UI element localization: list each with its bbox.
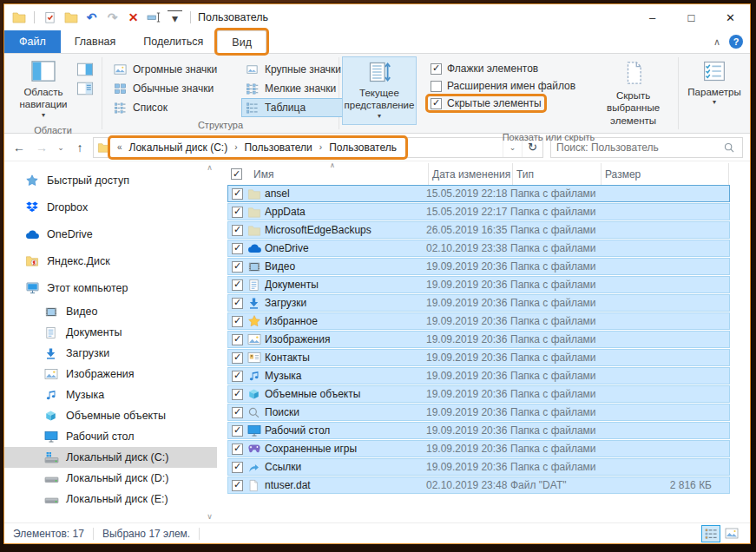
- details-pane-icon[interactable]: [76, 81, 95, 96]
- options-button[interactable]: Параметры ▾: [682, 56, 746, 110]
- breadcrumb-separator-icon[interactable]: ›: [318, 142, 324, 152]
- sidebar-item[interactable]: Объемные объекты: [4, 405, 217, 426]
- header-checkbox[interactable]: [231, 168, 242, 180]
- scroll-up-icon[interactable]: ∧: [207, 163, 213, 172]
- row-checkbox[interactable]: [232, 462, 243, 473]
- sidebar-item[interactable]: Изображения: [4, 364, 217, 384]
- up-icon[interactable]: ↑: [70, 141, 89, 154]
- column-header-date[interactable]: Дата изменения: [429, 163, 513, 185]
- close-button[interactable]: ✕: [711, 4, 750, 30]
- table-row[interactable]: Избранное19.09.2019 20:36Папка с файлами: [227, 312, 730, 330]
- folder-icon[interactable]: [11, 10, 26, 25]
- table-row[interactable]: Изображения19.09.2019 20:36Папка с файла…: [227, 331, 730, 348]
- properties-check-icon[interactable]: [43, 10, 57, 25]
- tab-share[interactable]: Поделиться: [129, 30, 217, 53]
- scroll-down-icon[interactable]: ∨: [207, 512, 213, 521]
- checkbox-icon[interactable]: [431, 98, 442, 109]
- delete-icon[interactable]: ✕: [126, 10, 141, 25]
- search-icon[interactable]: [716, 141, 742, 154]
- breadcrumb-segment[interactable]: Пользователь: [325, 141, 400, 154]
- breadcrumb-segment[interactable]: Пользователи: [240, 141, 315, 154]
- table-row[interactable]: Видео19.09.2019 20:36Папка с файлами: [227, 258, 730, 275]
- row-checkbox[interactable]: [232, 225, 243, 236]
- recent-locations-icon[interactable]: ⌄: [55, 143, 67, 152]
- minimize-button[interactable]: –: [633, 4, 672, 30]
- back-icon[interactable]: ←: [10, 141, 29, 154]
- row-checkbox[interactable]: [232, 389, 243, 400]
- sidebar-item[interactable]: Быстрый доступ: [4, 167, 217, 194]
- redo-icon[interactable]: ↷: [105, 10, 120, 25]
- table-row[interactable]: Ссылки19.09.2019 20:36Папка с файлами: [227, 458, 730, 476]
- new-folder-icon[interactable]: [63, 10, 78, 25]
- table-row[interactable]: Рабочий стол19.09.2019 20:36Папка с файл…: [227, 422, 730, 439]
- column-header-size[interactable]: Размер: [602, 163, 729, 185]
- table-row[interactable]: Контакты19.09.2019 20:36Папка с файлами: [227, 349, 730, 366]
- sidebar-item[interactable]: Документы: [4, 322, 217, 343]
- sidebar-item[interactable]: Музыка: [4, 384, 217, 405]
- maximize-button[interactable]: □: [672, 4, 711, 30]
- table-row[interactable]: AppData15.05.2019 22:17Папка с файлами: [227, 203, 730, 220]
- sidebar-item[interactable]: Локальный диск (C:): [4, 447, 217, 468]
- hide-selected-button[interactable]: Скрыть выбранные элементы: [590, 56, 676, 130]
- help-icon[interactable]: ?: [729, 35, 743, 49]
- ribbon-checkbox[interactable]: Скрытые элементы: [428, 96, 544, 110]
- sidebar-item[interactable]: Яндекс.Диск: [4, 247, 217, 274]
- sidebar-item[interactable]: Локальный диск (D:): [4, 468, 217, 489]
- row-checkbox[interactable]: [232, 207, 243, 218]
- row-checkbox[interactable]: [232, 425, 243, 437]
- sidebar-item[interactable]: OneDrive: [4, 220, 217, 247]
- row-checkbox[interactable]: [232, 298, 243, 309]
- table-row[interactable]: Поиски19.09.2019 20:36Папка с файлами: [227, 404, 730, 421]
- view-option[interactable]: Список: [109, 98, 240, 117]
- view-option[interactable]: Огромные значки: [109, 60, 240, 79]
- tab-home[interactable]: Главная: [61, 30, 130, 53]
- row-checkbox[interactable]: [232, 371, 243, 382]
- sidebar-item[interactable]: Загрузки: [4, 343, 217, 364]
- row-checkbox[interactable]: [232, 444, 243, 455]
- breadcrumb-collapse-icon[interactable]: «: [115, 142, 124, 152]
- forward-icon[interactable]: →: [32, 141, 51, 154]
- ribbon-checkbox[interactable]: Расширения имен файлов: [428, 79, 578, 93]
- checkbox-icon[interactable]: [431, 63, 442, 75]
- qat-customize-icon[interactable]: ▾: [168, 10, 182, 25]
- rename-icon[interactable]: [147, 10, 161, 25]
- row-checkbox[interactable]: [232, 243, 243, 254]
- current-view-button[interactable]: Текущее представление ▾: [342, 56, 417, 125]
- column-header-type[interactable]: Тип: [513, 163, 602, 185]
- details-view-button[interactable]: [701, 525, 720, 542]
- breadcrumb-segment[interactable]: Локальный диск (C:): [126, 141, 232, 154]
- checkbox-icon[interactable]: [431, 81, 442, 92]
- collapse-ribbon-icon[interactable]: ∧: [713, 36, 720, 48]
- table-row[interactable]: ntuser.dat02.10.2019 23:48Файл "DAT"2 81…: [227, 476, 730, 494]
- sidebar-item[interactable]: Dropbox: [4, 194, 217, 220]
- row-checkbox[interactable]: [232, 316, 243, 327]
- tab-view[interactable]: Вид: [217, 30, 266, 53]
- table-row[interactable]: Документы19.09.2019 20:36Папка с файлами: [227, 276, 730, 293]
- table-row[interactable]: ansel15.05.2019 22:18Папка с файлами: [227, 185, 730, 202]
- preview-pane-icon[interactable]: [76, 62, 95, 77]
- row-checkbox[interactable]: [232, 407, 243, 418]
- tab-file[interactable]: Файл: [4, 30, 61, 53]
- row-checkbox[interactable]: [232, 334, 243, 345]
- row-checkbox[interactable]: [232, 352, 243, 364]
- breadcrumb-separator-icon[interactable]: ›: [233, 142, 239, 152]
- sidebar-item[interactable]: Этот компьютер: [4, 274, 217, 301]
- table-row[interactable]: MicrosoftEdgeBackups26.05.2019 16:35Папк…: [227, 221, 730, 239]
- table-row[interactable]: OneDrive02.10.2019 23:38Папка с файлами: [227, 240, 730, 257]
- ribbon-checkbox[interactable]: Флажки элементов: [428, 62, 541, 76]
- undo-icon[interactable]: ↶: [84, 10, 99, 25]
- table-row[interactable]: Музыка19.09.2019 20:36Папка с файлами: [227, 367, 730, 384]
- view-option[interactable]: Обычные значки: [109, 79, 240, 98]
- sidebar-item[interactable]: Видео: [4, 301, 217, 322]
- table-row[interactable]: Сохраненные игры19.09.2019 20:36Папка с …: [227, 440, 730, 457]
- sidebar-item[interactable]: Локальный диск (E:): [4, 489, 217, 509]
- row-checkbox[interactable]: [232, 480, 243, 491]
- table-row[interactable]: Загрузки19.09.2019 20:36Папка с файлами: [227, 294, 730, 312]
- sidebar-scrollbar[interactable]: ∧ ∨: [204, 163, 215, 521]
- column-header-name[interactable]: Имя ∧: [250, 163, 429, 185]
- row-checkbox[interactable]: [232, 188, 243, 200]
- thumbnails-view-button[interactable]: [722, 525, 741, 542]
- row-checkbox[interactable]: [232, 261, 243, 273]
- navigation-pane-button[interactable]: Область навигации ▾: [11, 56, 76, 123]
- sidebar-item[interactable]: Рабочий стол: [4, 426, 217, 447]
